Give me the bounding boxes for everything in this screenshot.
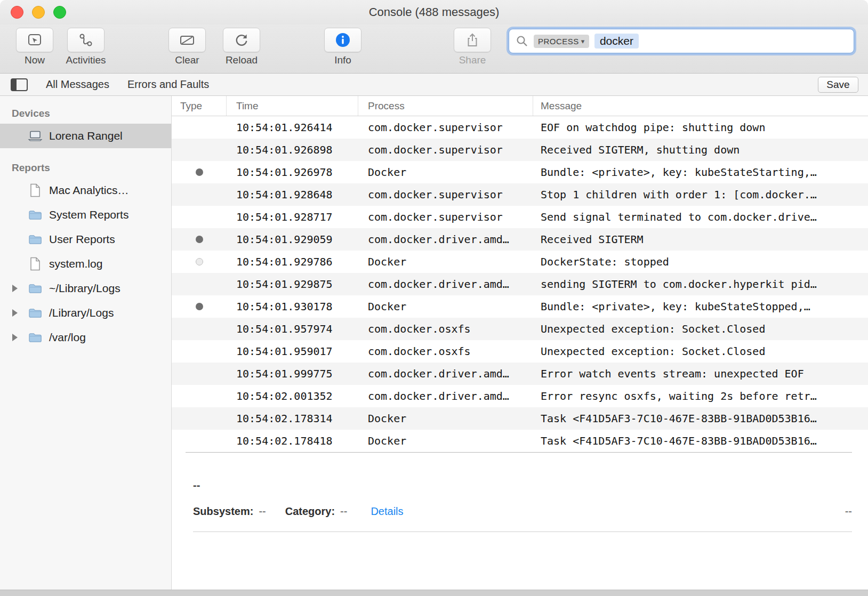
cell-process: com.docker.driver.amd… [358, 367, 533, 380]
log-row[interactable]: 10:54:01.929059com.docker.driver.amd…Rec… [172, 228, 868, 251]
disclosure-triangle-icon[interactable] [9, 285, 21, 292]
log-pane: Type Time Process Message 10:54:01.92641… [172, 96, 868, 590]
log-row[interactable]: 10:54:01.926978DockerBundle: <private>, … [172, 161, 868, 183]
reload-button[interactable]: Reload [221, 28, 262, 66]
log-row[interactable]: 10:54:01.926414com.docker.supervisorEOF … [172, 116, 868, 139]
log-row[interactable]: 10:54:02.001352com.docker.driver.amd…Err… [172, 385, 868, 407]
disclosure-triangle-icon[interactable] [9, 309, 21, 317]
log-row[interactable]: 10:54:01.928717com.docker.supervisorSend… [172, 206, 868, 228]
clear-button[interactable]: Clear [166, 28, 208, 66]
sidebar-item-report[interactable]: /Library/Logs [0, 301, 171, 325]
sidebar-item-report[interactable]: User Reports [0, 227, 171, 252]
sidebar-item-device[interactable]: Lorena Rangel [0, 124, 171, 148]
search-field[interactable]: PROCESS ▾ docker [509, 29, 854, 53]
detail-pane: -- Subsystem: -- Category: -- Details -- [172, 452, 868, 590]
log-row[interactable]: 10:54:02.178418DockerTask <F41D5AF3-7C10… [172, 430, 868, 452]
cell-time: 10:54:01.926898 [227, 143, 358, 156]
log-rows: 10:54:01.926414com.docker.supervisorEOF … [172, 116, 868, 452]
cell-message: Bundle: <private>, key: kubeStateStopped… [533, 300, 868, 313]
tab-all-messages[interactable]: All Messages [46, 78, 109, 91]
search-icon [516, 35, 528, 47]
detail-title: -- [193, 479, 868, 492]
info-button[interactable]: Info [322, 28, 364, 66]
log-level-dot-dark [196, 236, 203, 243]
document-icon [28, 257, 43, 271]
log-row[interactable]: 10:54:01.926898com.docker.supervisorRece… [172, 139, 868, 161]
cell-time: 10:54:01.926414 [227, 121, 358, 134]
folder-icon [28, 210, 43, 220]
sidebar-item-report[interactable]: system.log [0, 252, 171, 276]
cell-message: Task <F41D5AF3-7C10-467E-83BB-91BAD0D53B… [533, 434, 868, 447]
details-link[interactable]: Details [371, 505, 403, 518]
log-row[interactable]: 10:54:01.929786DockerDockerState: stoppe… [172, 251, 868, 273]
sidebar-item-report[interactable]: ~/Library/Logs [0, 276, 171, 301]
cell-process: Docker [358, 255, 533, 268]
cell-process: com.docker.driver.amd… [358, 233, 533, 246]
sidebar-item-report[interactable]: Mac Analytics… [0, 178, 171, 203]
clear-label: Clear [175, 54, 199, 66]
share-button[interactable]: Share [452, 28, 493, 66]
subsystem-value: -- [259, 505, 266, 518]
log-row[interactable]: 10:54:01.930178DockerBundle: <private>, … [172, 295, 868, 318]
activities-button[interactable]: Activities [65, 28, 107, 66]
window-title: Console (488 messages) [0, 5, 868, 19]
laptop-icon [28, 131, 43, 141]
close-button[interactable] [11, 6, 23, 19]
cell-time: 10:54:01.930178 [227, 300, 358, 313]
cell-message: Received SIGTERM, shutting down [533, 143, 868, 156]
sidebar-item-label: ~/Library/Logs [49, 282, 120, 295]
document-icon [28, 183, 43, 197]
now-button[interactable]: Now [14, 28, 55, 66]
cell-message: DockerState: stopped [533, 255, 868, 268]
column-header-time[interactable]: Time [227, 96, 358, 116]
log-row[interactable]: 10:54:01.929875com.docker.driver.amd…sen… [172, 273, 868, 295]
log-row[interactable]: 10:54:02.178314DockerTask <F41D5AF3-7C10… [172, 407, 868, 430]
cell-time: 10:54:02.178314 [227, 412, 358, 425]
detail-separator-bottom [193, 531, 852, 532]
cell-time: 10:54:01.926978 [227, 166, 358, 179]
window-bottom-edge [0, 590, 868, 596]
toolbar: Now Activities [0, 25, 868, 74]
zoom-button[interactable] [53, 6, 66, 19]
cell-message: sending SIGTERM to com.docker.hyperkit p… [533, 278, 868, 291]
column-header-process[interactable]: Process [358, 96, 533, 116]
sidebar-item-label: /Library/Logs [49, 307, 114, 319]
cell-type [172, 258, 227, 265]
sidebar-toggle-button[interactable] [11, 78, 28, 91]
activities-icon [78, 32, 94, 48]
folder-icon [28, 283, 43, 294]
cell-time: 10:54:01.929786 [227, 255, 358, 268]
content: Devices Lorena Rangel Reports Mac Analyt… [0, 96, 868, 590]
search-token-process[interactable]: PROCESS ▾ [534, 35, 589, 48]
clear-icon [179, 32, 195, 48]
sidebar-header-devices: Devices [0, 103, 171, 124]
column-header-message[interactable]: Message [533, 96, 868, 116]
cell-time: 10:54:01.928717 [227, 211, 358, 223]
save-button[interactable]: Save [818, 77, 858, 93]
cell-process: com.docker.osxfs [358, 345, 533, 358]
reload-label: Reload [226, 54, 258, 66]
disclosure-triangle-icon[interactable] [9, 334, 21, 341]
search-query-value[interactable]: docker [594, 34, 639, 49]
share-label: Share [459, 54, 486, 66]
log-row[interactable]: 10:54:01.957974com.docker.osxfsUnexpecte… [172, 318, 868, 340]
cell-process: com.docker.supervisor [358, 143, 533, 156]
sidebar: Devices Lorena Rangel Reports Mac Analyt… [0, 96, 172, 590]
cell-type [172, 168, 227, 176]
column-header-type[interactable]: Type [172, 96, 227, 116]
log-row[interactable]: 10:54:01.928648com.docker.supervisorStop… [172, 183, 868, 206]
cell-time: 10:54:02.178418 [227, 434, 358, 447]
cell-message: Error resync osxfs, waiting 2s before re… [533, 390, 868, 402]
share-icon [464, 32, 480, 48]
cell-message: Bundle: <private>, key: kubeStateStartin… [533, 166, 868, 179]
cell-process: Docker [358, 412, 533, 425]
sidebar-item-report[interactable]: /var/log [0, 325, 171, 350]
log-row[interactable]: 10:54:01.999775com.docker.driver.amd…Err… [172, 363, 868, 385]
cell-type [172, 236, 227, 243]
cell-time: 10:54:01.929059 [227, 233, 358, 246]
minimize-button[interactable] [32, 6, 45, 19]
sidebar-item-label: system.log [49, 257, 102, 270]
log-row[interactable]: 10:54:01.959017com.docker.osxfsUnexpecte… [172, 340, 868, 363]
sidebar-item-report[interactable]: System Reports [0, 203, 171, 227]
tab-errors-and-faults[interactable]: Errors and Faults [127, 78, 209, 91]
